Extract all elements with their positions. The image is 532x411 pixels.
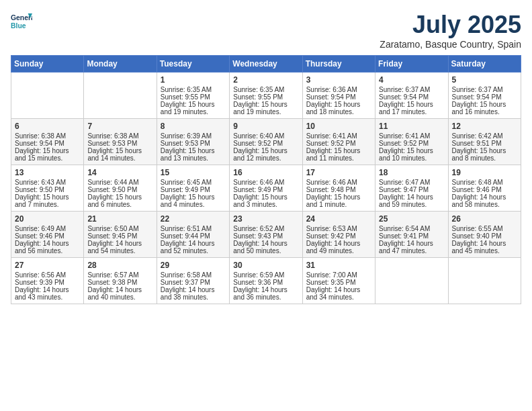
- day-info: Daylight: 15 hours: [233, 193, 298, 201]
- day-number: 20: [15, 214, 80, 224]
- title-block: July 2025 Zaratamo, Basque Country, Spai…: [380, 11, 521, 50]
- day-number: 25: [379, 214, 444, 224]
- day-info: Sunset: 9:54 PM: [306, 93, 371, 101]
- calendar-cell: 16Sunrise: 6:46 AMSunset: 9:49 PMDayligh…: [230, 165, 302, 212]
- weekday-header-wednesday: Wednesday: [230, 56, 302, 73]
- day-info: Daylight: 14 hours: [15, 286, 80, 293]
- day-info: Daylight: 15 hours: [87, 193, 152, 201]
- day-number: 16: [233, 168, 298, 177]
- day-info: and 47 minutes.: [379, 247, 444, 255]
- day-info: Sunset: 9:47 PM: [379, 186, 444, 193]
- calendar-cell: 24Sunrise: 6:53 AMSunset: 9:42 PMDayligh…: [302, 212, 375, 258]
- day-info: and 50 minutes.: [233, 247, 298, 255]
- day-info: Sunrise: 6:55 AM: [452, 225, 517, 232]
- day-number: 13: [15, 168, 80, 177]
- day-info: Sunrise: 6:57 AM: [87, 271, 152, 279]
- day-info: and 49 minutes.: [306, 247, 371, 255]
- calendar-cell: 18Sunrise: 6:47 AMSunset: 9:47 PMDayligh…: [375, 165, 448, 212]
- day-info: Daylight: 14 hours: [15, 240, 80, 247]
- day-info: Sunset: 9:39 PM: [15, 279, 80, 286]
- day-info: and 59 minutes.: [379, 201, 444, 208]
- day-info: Sunset: 9:54 PM: [379, 93, 444, 101]
- calendar-table: SundayMondayTuesdayWednesdayThursdayFrid…: [11, 55, 521, 304]
- day-info: Sunset: 9:35 PM: [306, 279, 371, 286]
- day-info: Sunset: 9:54 PM: [15, 140, 80, 147]
- week-row-3: 13Sunrise: 6:43 AMSunset: 9:50 PMDayligh…: [11, 165, 521, 212]
- calendar-cell: 5Sunrise: 6:37 AMSunset: 9:54 PMDaylight…: [448, 73, 521, 119]
- day-number: 4: [379, 75, 444, 85]
- calendar-cell: 13Sunrise: 6:43 AMSunset: 9:50 PMDayligh…: [11, 165, 84, 212]
- day-info: and 52 minutes.: [161, 247, 226, 255]
- day-info: Sunset: 9:46 PM: [15, 232, 80, 240]
- day-info: and 16 minutes.: [452, 108, 517, 116]
- calendar-cell: 2Sunrise: 6:35 AMSunset: 9:55 PMDaylight…: [230, 73, 302, 119]
- day-info: Sunrise: 6:36 AM: [306, 86, 371, 93]
- page-header: General Blue July 2025 Zaratamo, Basque …: [11, 11, 521, 50]
- day-number: 15: [161, 168, 226, 177]
- day-info: Sunset: 9:52 PM: [233, 140, 298, 147]
- week-row-1: 1Sunrise: 6:35 AMSunset: 9:55 PMDaylight…: [11, 73, 521, 119]
- day-info: Daylight: 14 hours: [161, 286, 226, 293]
- day-info: Sunrise: 6:41 AM: [306, 132, 371, 140]
- day-info: Daylight: 15 hours: [161, 101, 226, 108]
- calendar-cell: 31Sunrise: 7:00 AMSunset: 9:35 PMDayligh…: [302, 258, 375, 304]
- day-info: Sunrise: 6:49 AM: [15, 225, 80, 232]
- calendar-cell: 23Sunrise: 6:52 AMSunset: 9:43 PMDayligh…: [230, 212, 302, 258]
- day-info: Sunrise: 6:35 AM: [161, 86, 226, 93]
- day-info: Sunrise: 6:38 AM: [15, 132, 80, 140]
- calendar-header: SundayMondayTuesdayWednesdayThursdayFrid…: [11, 56, 521, 73]
- day-number: 1: [161, 75, 226, 85]
- day-info: Daylight: 15 hours: [379, 147, 444, 154]
- day-info: and 56 minutes.: [15, 247, 80, 255]
- day-info: Sunset: 9:53 PM: [161, 140, 226, 147]
- calendar-cell: 17Sunrise: 6:46 AMSunset: 9:48 PMDayligh…: [302, 165, 375, 212]
- day-info: Daylight: 14 hours: [452, 193, 517, 201]
- day-info: Sunrise: 6:37 AM: [379, 86, 444, 93]
- day-info: and 18 minutes.: [306, 108, 371, 116]
- day-info: Daylight: 14 hours: [161, 240, 226, 247]
- calendar-cell: 1Sunrise: 6:35 AMSunset: 9:55 PMDaylight…: [157, 73, 229, 119]
- day-info: and 19 minutes.: [233, 108, 298, 116]
- day-number: 2: [233, 75, 298, 85]
- calendar-cell: [448, 258, 521, 304]
- day-info: and 19 minutes.: [161, 108, 226, 116]
- calendar-cell: 22Sunrise: 6:51 AMSunset: 9:44 PMDayligh…: [157, 212, 229, 258]
- calendar-cell: 20Sunrise: 6:49 AMSunset: 9:46 PMDayligh…: [11, 212, 84, 258]
- day-info: Sunrise: 6:41 AM: [379, 132, 444, 140]
- day-info: Sunrise: 6:54 AM: [379, 225, 444, 232]
- calendar-cell: 10Sunrise: 6:41 AMSunset: 9:52 PMDayligh…: [302, 119, 375, 165]
- day-info: Daylight: 14 hours: [233, 240, 298, 247]
- day-info: Sunset: 9:43 PM: [233, 232, 298, 240]
- day-number: 8: [161, 122, 226, 131]
- day-info: Sunrise: 6:50 AM: [87, 225, 152, 232]
- calendar-cell: 12Sunrise: 6:42 AMSunset: 9:51 PMDayligh…: [448, 119, 521, 165]
- day-number: 6: [15, 122, 80, 131]
- day-info: Daylight: 14 hours: [233, 286, 298, 293]
- day-number: 30: [233, 261, 298, 270]
- weekday-header-saturday: Saturday: [448, 56, 521, 73]
- day-info: Sunset: 9:49 PM: [161, 186, 226, 193]
- day-info: Daylight: 14 hours: [87, 286, 152, 293]
- day-info: and 40 minutes.: [87, 293, 152, 301]
- weekday-header-friday: Friday: [375, 56, 448, 73]
- weekday-header-thursday: Thursday: [302, 56, 375, 73]
- day-info: Daylight: 14 hours: [379, 240, 444, 247]
- day-info: and 54 minutes.: [87, 247, 152, 255]
- day-info: Daylight: 14 hours: [452, 240, 517, 247]
- day-number: 24: [306, 214, 371, 224]
- day-info: and 3 minutes.: [233, 201, 298, 208]
- day-info: Sunrise: 6:37 AM: [452, 86, 517, 93]
- day-number: 3: [306, 75, 371, 85]
- day-info: and 1 minute.: [306, 201, 371, 208]
- day-info: Sunset: 9:48 PM: [306, 186, 371, 193]
- logo: General Blue: [11, 11, 35, 32]
- day-info: Sunrise: 6:59 AM: [233, 271, 298, 279]
- day-info: Sunrise: 6:53 AM: [306, 225, 371, 232]
- day-info: and 36 minutes.: [233, 293, 298, 301]
- week-row-5: 27Sunrise: 6:56 AMSunset: 9:39 PMDayligh…: [11, 258, 521, 304]
- day-info: Sunset: 9:37 PM: [161, 279, 226, 286]
- day-number: 12: [452, 122, 517, 131]
- weekday-header-sunday: Sunday: [11, 56, 84, 73]
- day-info: Daylight: 15 hours: [452, 147, 517, 154]
- day-number: 28: [87, 261, 152, 270]
